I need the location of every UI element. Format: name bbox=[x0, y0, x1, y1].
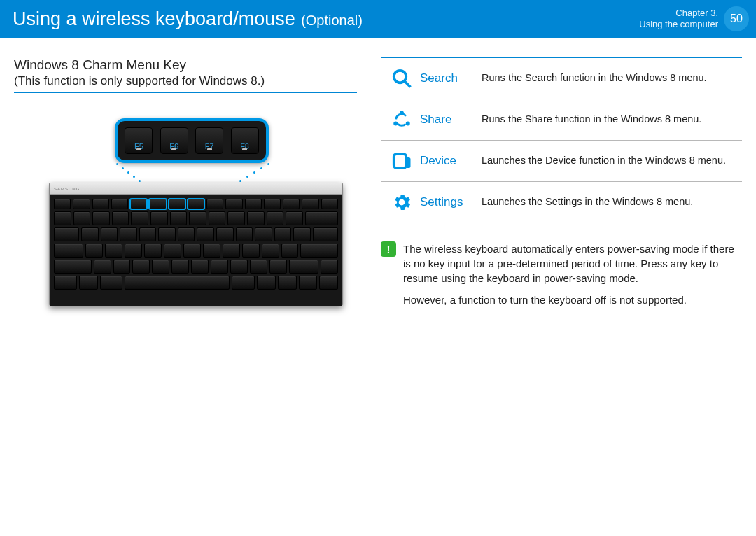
function-row-share: Share Runs the Share function in the Win… bbox=[381, 99, 742, 141]
zoom-key-f7: F7 bbox=[195, 127, 223, 154]
title-main: Using a wireless keyboard/mouse bbox=[13, 8, 295, 29]
keyboard-body bbox=[50, 195, 342, 306]
function-desc: Launches the Device function in the Wind… bbox=[482, 154, 739, 168]
svg-rect-2 bbox=[394, 154, 407, 168]
key-f7-highlight bbox=[169, 199, 186, 209]
title-optional: (Optional) bbox=[301, 13, 363, 28]
zoom-key-f5: F5 bbox=[125, 127, 153, 154]
header-right: Chapter 3. Using the computer 50 bbox=[639, 6, 749, 31]
function-row-device: Device Launches the Device function in t… bbox=[381, 141, 742, 182]
chapter-label: Chapter 3. Using the computer bbox=[639, 8, 718, 31]
function-label: Share bbox=[420, 113, 482, 127]
function-table: Search Runs the Search function in the W… bbox=[381, 57, 742, 223]
page-header: Using a wireless keyboard/mouse (Optiona… bbox=[0, 0, 756, 38]
zoom-key-f8: F8 bbox=[231, 127, 259, 154]
page-number-badge: 50 bbox=[724, 6, 749, 31]
callout-dots bbox=[116, 163, 117, 164]
note-paragraph-1: The wireless keyboard automatically ente… bbox=[403, 241, 742, 285]
key-f8-highlight bbox=[188, 199, 204, 209]
search-icon bbox=[384, 68, 420, 89]
function-label: Search bbox=[420, 71, 482, 85]
fn-row bbox=[54, 199, 338, 209]
note-box: ! The wireless keyboard automatically en… bbox=[381, 241, 742, 314]
left-column: Windows 8 Charm Menu Key (This function … bbox=[14, 57, 364, 335]
key-f5-highlight bbox=[130, 199, 147, 209]
keyboard-figure: F5 F6 F7 F8 SAMSUNG bbox=[14, 118, 357, 335]
share-icon bbox=[384, 109, 420, 130]
function-label: Device bbox=[420, 154, 482, 168]
section-heading: Windows 8 Charm Menu Key bbox=[14, 57, 357, 73]
svg-point-0 bbox=[394, 71, 407, 83]
note-paragraph-2: However, a function to turn the keyboard… bbox=[403, 292, 742, 307]
right-column: Search Runs the Search function in the W… bbox=[364, 57, 742, 335]
section-support-note: (This function is only supported for Win… bbox=[14, 74, 357, 88]
settings-icon bbox=[384, 192, 420, 213]
svg-line-1 bbox=[405, 81, 411, 87]
function-desc: Launches the Settings in the Windows 8 m… bbox=[482, 195, 739, 209]
page-number: 50 bbox=[730, 13, 743, 25]
function-desc: Runs the Search function in the Windows … bbox=[482, 71, 739, 85]
device-icon bbox=[384, 150, 420, 171]
zoom-callout: F5 F6 F7 F8 bbox=[115, 118, 269, 163]
key-f6-highlight bbox=[149, 199, 166, 209]
section-rule bbox=[14, 92, 357, 93]
function-row-settings: Settings Launches the Settings in the Wi… bbox=[381, 182, 742, 223]
function-row-search: Search Runs the Search function in the W… bbox=[381, 58, 742, 99]
note-text: The wireless keyboard automatically ente… bbox=[403, 241, 742, 314]
function-label: Settings bbox=[420, 195, 482, 209]
chapter-line1: Chapter 3. bbox=[639, 8, 718, 19]
page-title: Using a wireless keyboard/mouse (Optiona… bbox=[13, 8, 363, 30]
function-desc: Runs the Share function in the Windows 8… bbox=[482, 113, 739, 127]
keyboard-illustration: SAMSUNG bbox=[49, 183, 343, 306]
info-icon: ! bbox=[381, 241, 396, 257]
callout-dots-right bbox=[267, 163, 268, 164]
keyboard-brand: SAMSUNG bbox=[50, 183, 342, 195]
page-body: Windows 8 Charm Menu Key (This function … bbox=[0, 38, 756, 335]
chapter-line2: Using the computer bbox=[639, 19, 718, 30]
zoom-key-f6: F6 bbox=[160, 127, 188, 154]
